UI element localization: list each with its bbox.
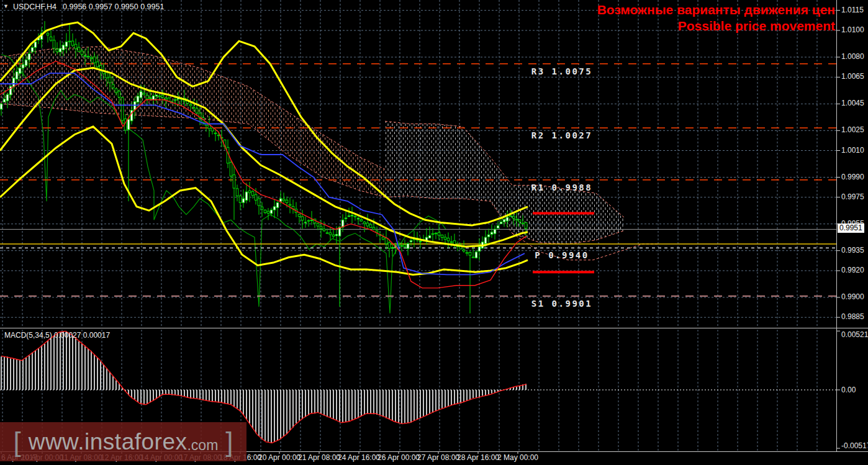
- svg-text:R3 1.0075: R3 1.0075: [531, 66, 592, 76]
- price-axis-label: 0.9885: [841, 312, 864, 321]
- price-axis-label: 0.9900: [841, 292, 864, 301]
- annotation-line-ru: Возможные варианты движения цен: [597, 2, 835, 18]
- ichimoku-cloud-layer: [0, 47, 658, 260]
- panel-separator-top[interactable]: [0, 328, 868, 328]
- macd-axis-label: -0.00517: [841, 441, 868, 450]
- annotation-line-en: Possible price movement: [597, 18, 835, 34]
- time-axis-label: 2 May 00:00: [497, 453, 538, 462]
- price-axis-label: 0.9975: [841, 192, 864, 201]
- time-axis-label: 27 Apr 08:00: [417, 453, 459, 462]
- price-axis-label: 0.9935: [841, 246, 864, 255]
- ohlc-quotes: 0.9956 0.9957 0.9950 0.9951: [63, 2, 164, 11]
- svg-text:R1 0.9988: R1 0.9988: [531, 183, 592, 192]
- trading-chart-window: R3 1.0075R2 1.0027R1 0.9988P 0.9940S1 0.…: [0, 0, 868, 465]
- price-axis-label: 1.0065: [841, 72, 864, 81]
- svg-text:R2 1.0027: R2 1.0027: [531, 130, 592, 140]
- watermark-domain-suffix: .com: [187, 431, 218, 453]
- price-axis-label: 1.0080: [841, 52, 864, 61]
- macd-indicator-label: MACD(5,34,5) 0.00027 0.00017: [4, 331, 110, 340]
- chart-canvas: R3 1.0075R2 1.0027R1 0.9988P 0.9940S1 0.…: [0, 0, 868, 465]
- macd-axis-label: 0.00: [841, 386, 856, 394]
- price-axis-label: 1.0025: [841, 125, 864, 134]
- price-axis-label: 1.0010: [841, 146, 864, 155]
- time-axis-label: 24 Apr 16:00: [338, 453, 380, 462]
- current-price-box: 0.9951: [838, 223, 864, 233]
- symbol-dropdown-icon[interactable]: ▼: [3, 3, 9, 9]
- time-axis-label: 20 Apr 00:00: [258, 453, 301, 462]
- watermark-site-name: www.instaforex: [29, 430, 188, 453]
- time-axis-label: 28 Apr 16:00: [457, 453, 499, 462]
- time-axis-label: 21 Apr 08:00: [298, 453, 340, 462]
- macd-axis-label: 0.00521: [841, 330, 868, 339]
- price-axis-label: 1.0045: [841, 99, 864, 107]
- watermark-bracket-left: [: [6, 428, 28, 456]
- symbol-timeframe-label: USDCHF,H4: [13, 2, 57, 11]
- svg-text:S1 0.9901: S1 0.9901: [531, 299, 592, 309]
- price-axis-label: 1.0100: [841, 25, 864, 34]
- chart-title: ▼USDCHF,H40.9956 0.9957 0.9950 0.9951: [3, 2, 164, 11]
- time-axis-label: 26 Apr 00:00: [377, 453, 420, 462]
- watermark-bracket-right: ]: [218, 428, 240, 456]
- price-axis-label: 1.0115: [841, 6, 864, 14]
- svg-text:P 0.9940: P 0.9940: [535, 250, 589, 260]
- price-axis-label: 0.9990: [841, 173, 864, 181]
- price-axis-label: 0.9920: [841, 266, 864, 274]
- forecast-annotation: Возможные варианты движения цен Possible…: [597, 2, 835, 34]
- axis-separator: [836, 0, 837, 451]
- instaforex-watermark: [ www.instaforex .com ]: [0, 422, 246, 461]
